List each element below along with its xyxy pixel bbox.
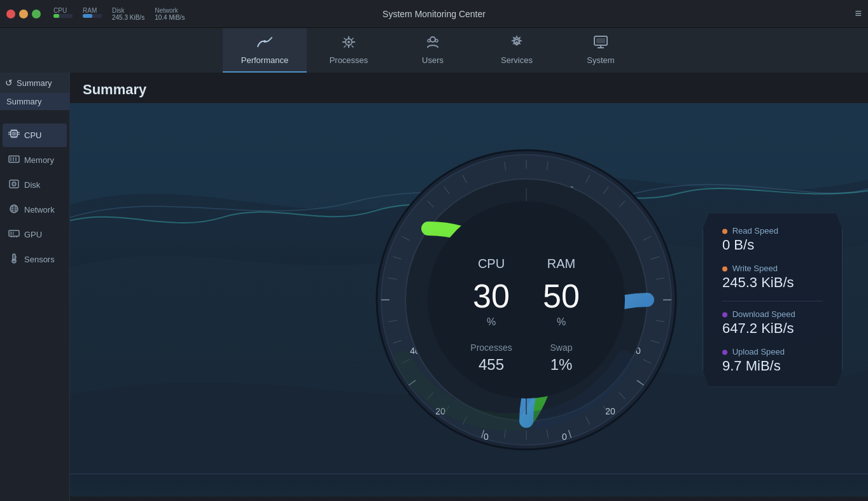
gauge-container: 0 20 40 60 80 100 bbox=[367, 141, 685, 459]
bottom-bar bbox=[70, 474, 868, 497]
svg-text:50: 50 bbox=[543, 278, 580, 314]
tab-users-label: Users bbox=[422, 55, 444, 65]
sidebar-summary-header[interactable]: ↺ Summary bbox=[0, 73, 69, 93]
tab-performance[interactable]: Performance bbox=[223, 28, 307, 73]
sidebar-gpu-label: GPU bbox=[24, 230, 42, 239]
sidebar-memory-label: Memory bbox=[24, 155, 54, 165]
network-stat-label: Network bbox=[155, 7, 178, 14]
svg-line-7 bbox=[344, 38, 346, 39]
sidebar-summary-header-label: Summary bbox=[17, 78, 52, 88]
window-controls bbox=[6, 10, 41, 18]
tab-system-label: System bbox=[587, 55, 614, 65]
svg-text:Processes: Processes bbox=[470, 342, 512, 353]
gpu-icon bbox=[8, 229, 20, 241]
download-speed-value: 647.2 KiB/s bbox=[722, 320, 823, 337]
sidebar-divider bbox=[0, 110, 69, 123]
cpu-icon bbox=[8, 129, 20, 141]
performance-icon bbox=[256, 35, 273, 53]
tab-system[interactable]: System bbox=[559, 28, 643, 73]
maximize-button[interactable] bbox=[32, 10, 41, 18]
write-speed-value: 245.3 KiB/s bbox=[722, 274, 823, 291]
system-icon bbox=[593, 35, 608, 53]
sidebar-item-network[interactable]: Network bbox=[3, 198, 67, 222]
disk-stat: Disk 245.3 KiB/s bbox=[112, 7, 144, 21]
memory-icon bbox=[8, 154, 20, 166]
tab-processes-label: Processes bbox=[330, 55, 368, 65]
nav-tabs: Performance Processes bbox=[0, 28, 868, 73]
upload-speed-row: Upload Speed 9.7 MiB/s bbox=[722, 347, 823, 374]
read-speed-value: 0 B/s bbox=[722, 237, 823, 253]
download-speed-label: Download Speed bbox=[722, 309, 823, 319]
svg-rect-21 bbox=[12, 132, 16, 136]
sidebar-item-sensors[interactable]: Sensors bbox=[3, 248, 67, 271]
svg-line-10 bbox=[344, 45, 346, 47]
users-icon bbox=[425, 35, 440, 53]
sidebar-item-gpu[interactable]: GPU bbox=[3, 223, 67, 246]
network-stat-value: 10.4 MiB/s bbox=[155, 14, 185, 21]
cpu-stat: CPU bbox=[53, 7, 73, 21]
svg-text:0: 0 bbox=[484, 432, 489, 442]
tab-processes[interactable]: Processes bbox=[307, 28, 391, 73]
sidebar-item-memory[interactable]: Memory bbox=[3, 148, 67, 172]
sidebar-summary-item[interactable]: Summary bbox=[0, 93, 69, 110]
svg-text:Swap: Swap bbox=[550, 342, 572, 353]
svg-text:30: 30 bbox=[473, 278, 510, 314]
summary-header-icon: ↺ bbox=[5, 78, 13, 88]
svg-point-13 bbox=[435, 39, 438, 42]
svg-point-2 bbox=[347, 41, 350, 43]
read-speed-row: Read Speed 0 B/s bbox=[722, 226, 823, 253]
processes-icon bbox=[341, 35, 356, 53]
net-dot bbox=[722, 312, 727, 317]
tab-services[interactable]: Services bbox=[475, 28, 559, 73]
sidebar-cpu-label: CPU bbox=[24, 131, 41, 140]
network-stat: Network 10.4 MiB/s bbox=[155, 7, 185, 21]
net-dot-2 bbox=[722, 349, 727, 355]
svg-point-12 bbox=[428, 39, 430, 42]
close-button[interactable] bbox=[6, 10, 15, 18]
disk-stat-value: 245.3 KiB/s bbox=[112, 14, 144, 21]
svg-rect-35 bbox=[15, 157, 17, 161]
svg-point-53 bbox=[13, 260, 15, 262]
sidebar-summary-label: Summary bbox=[6, 97, 42, 106]
disk-icon bbox=[8, 179, 20, 191]
svg-rect-33 bbox=[10, 157, 11, 161]
svg-line-9 bbox=[352, 38, 354, 39]
tab-users[interactable]: Users bbox=[391, 28, 475, 73]
sidebar-item-disk[interactable]: Disk bbox=[3, 173, 67, 197]
ram-stat-label: RAM bbox=[83, 7, 97, 14]
info-divider bbox=[722, 301, 823, 302]
disk-dot bbox=[722, 229, 727, 234]
tab-services-label: Services bbox=[501, 55, 533, 65]
content-area: Summary bbox=[70, 73, 868, 501]
svg-text:RAM: RAM bbox=[547, 257, 575, 271]
menu-button[interactable]: ≡ bbox=[855, 7, 862, 20]
disk-stat-label: Disk bbox=[112, 7, 124, 14]
svg-point-11 bbox=[430, 37, 435, 42]
svg-text:0: 0 bbox=[562, 432, 567, 442]
info-panel: Read Speed 0 B/s Write Speed 245.3 KiB/s bbox=[703, 213, 843, 388]
svg-text:CPU: CPU bbox=[478, 257, 505, 271]
dashboard: 0 20 40 60 80 100 bbox=[70, 103, 868, 497]
svg-text:1%: 1% bbox=[550, 356, 573, 373]
tab-performance-label: Performance bbox=[241, 55, 288, 65]
svg-rect-45 bbox=[10, 232, 12, 235]
svg-rect-34 bbox=[13, 157, 14, 161]
write-speed-row: Write Speed 245.3 KiB/s bbox=[722, 264, 823, 291]
upload-speed-label: Upload Speed bbox=[722, 347, 823, 356]
svg-rect-19 bbox=[596, 38, 605, 43]
svg-text:%: % bbox=[487, 316, 496, 327]
sidebar-item-cpu[interactable]: CPU bbox=[3, 123, 67, 147]
sensors-icon bbox=[8, 253, 20, 265]
write-speed-label: Write Speed bbox=[722, 264, 823, 273]
titlebar: CPU RAM Disk 245.3 KiB/s Network 10.4 Mi… bbox=[0, 0, 868, 28]
ram-stat: RAM bbox=[83, 7, 102, 21]
network-icon bbox=[8, 204, 20, 216]
upload-speed-value: 9.7 MiB/s bbox=[722, 358, 823, 374]
disk-dot-2 bbox=[722, 266, 727, 271]
page-title: Summary bbox=[70, 73, 868, 103]
svg-text:%: % bbox=[557, 316, 566, 327]
services-icon bbox=[509, 35, 524, 53]
minimize-button[interactable] bbox=[19, 10, 28, 18]
titlebar-stats: CPU RAM Disk 245.3 KiB/s Network 10.4 Mi… bbox=[53, 7, 185, 21]
gauge-svg: 0 20 40 60 80 100 bbox=[367, 141, 685, 459]
